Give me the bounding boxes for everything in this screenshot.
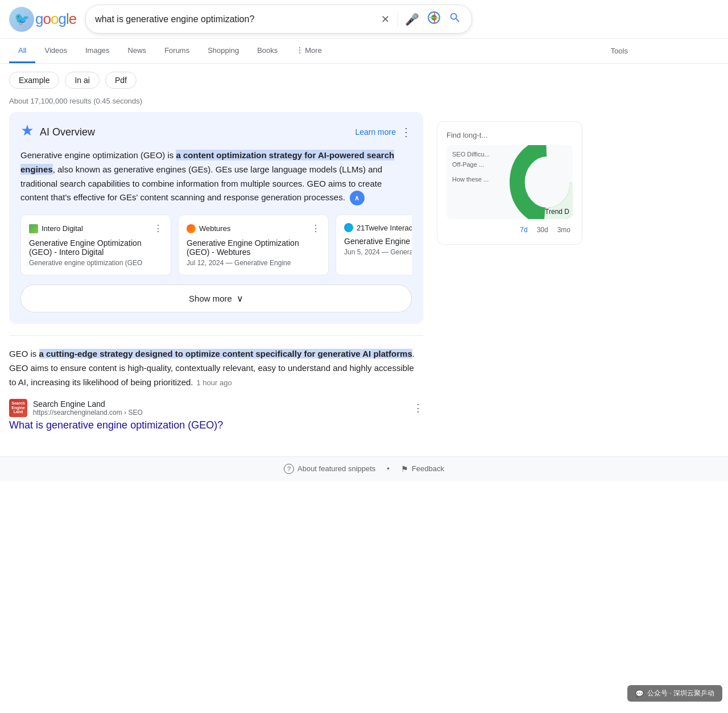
suggestions-row: Example In ai Pdf: [0, 64, 728, 97]
main-content: AI Overview Learn more ⋮ Generative engi…: [0, 112, 728, 445]
side-panel: Find long-t... SEO Difficu... Of: [437, 121, 582, 245]
source-name-1: Webtures: [187, 224, 230, 233]
logo-area: 🐦 google: [9, 7, 76, 32]
learn-more-button[interactable]: Learn more: [355, 127, 396, 137]
results-column: AI Overview Learn more ⋮ Generative engi…: [0, 112, 432, 445]
lens-button[interactable]: [426, 10, 442, 28]
source-name-0: Intero Digital: [29, 224, 83, 233]
suggestion-pdf[interactable]: Pdf: [105, 72, 136, 89]
source-card-desc-1: Jul 12, 2024 — Generative Engine: [187, 259, 320, 267]
result-more-button[interactable]: ⋮: [413, 402, 423, 414]
source-card-0[interactable]: Intero Digital ⋮ Generative Engine Optim…: [20, 215, 171, 275]
bottom-bar: ? About featured snippets • ⚑ Feedback: [0, 456, 728, 481]
side-label-3: How these ...: [452, 176, 490, 183]
source-cards-row: Intero Digital ⋮ Generative Engine Optim…: [20, 215, 412, 275]
bottom-divider: •: [387, 464, 390, 473]
source-card-title-2: Generative Engine O (GEO): The Future o: [344, 237, 412, 246]
ai-overview-header: AI Overview Learn more ⋮: [20, 123, 412, 141]
result-text-block: GEO is a cutting-edge strategy designed …: [9, 347, 423, 389]
tab-videos[interactable]: Videos: [35, 39, 76, 63]
divider-vertical: [398, 13, 398, 26]
tab-forums[interactable]: Forums: [155, 39, 198, 63]
featured-snippets-link[interactable]: ? About featured snippets: [284, 464, 375, 474]
ai-overview-more-button[interactable]: ⋮: [400, 125, 412, 139]
source-card-header-0: Intero Digital ⋮: [29, 223, 163, 234]
search-query-text: what is generative engine optimization?: [95, 14, 373, 24]
time-filter-3mo[interactable]: 3mo: [555, 225, 573, 235]
source-icon-web: [187, 224, 196, 233]
side-chart-area: SEO Difficu... Off-Page ... How these ..…: [446, 145, 573, 219]
source-card-more-0[interactable]: ⋮: [154, 223, 163, 234]
ai-overview-title-text: AI Overview: [40, 126, 95, 138]
source-card-header-2: 21Twelve Interactiv: [344, 223, 412, 232]
source-name-2: 21Twelve Interactiv: [344, 223, 412, 232]
source-url: https://searchengineland.com › SEO: [33, 409, 143, 417]
mic-button[interactable]: 🎤: [404, 11, 420, 27]
clear-button[interactable]: ✕: [379, 12, 392, 27]
side-label-1: SEO Difficu...: [452, 151, 490, 158]
results-divider: [9, 335, 423, 336]
nav-tabs: All Videos Images News Forums Shopping B…: [0, 39, 728, 64]
ai-overview-card: AI Overview Learn more ⋮ Generative engi…: [9, 112, 423, 324]
side-label-2: Off-Page ...: [452, 161, 490, 168]
tools-tab[interactable]: Tools: [602, 40, 637, 62]
trend-d-label: Trend D: [545, 208, 569, 216]
result-link-1[interactable]: What is generative engine optimization (…: [9, 419, 423, 431]
show-more-button[interactable]: Show more ∨: [20, 285, 412, 312]
tab-shopping[interactable]: Shopping: [198, 39, 248, 63]
source-details: Search Engine Land https://searchenginel…: [33, 399, 143, 417]
time-filter-row: 7d 30d 3mo: [446, 225, 573, 235]
ai-star-icon: [20, 123, 34, 141]
source-logo: SearchEngineLand: [9, 399, 27, 417]
collapse-button[interactable]: ∧: [350, 191, 365, 205]
side-panel-title: Find long-t...: [446, 131, 573, 139]
header: 🐦 google what is generative engine optim…: [0, 0, 728, 39]
source-icon-intero: [29, 224, 38, 233]
source-card-header-1: Webtures ⋮: [187, 223, 320, 234]
source-card-more-1[interactable]: ⋮: [311, 223, 320, 234]
source-logo-text: SearchEngineLand: [11, 401, 24, 414]
suggestion-example[interactable]: Example: [9, 72, 59, 89]
logo-text: google: [35, 10, 76, 28]
source-card-2[interactable]: 21Twelve Interactiv Generative Engine O …: [336, 215, 412, 275]
tab-images[interactable]: Images: [76, 39, 119, 63]
search-submit-button[interactable]: [448, 10, 462, 28]
chevron-down-icon: ∨: [237, 293, 243, 304]
source-card-1[interactable]: Webtures ⋮ Generative Engine Optimizatio…: [178, 215, 329, 275]
ai-overview-actions: Learn more ⋮: [355, 125, 412, 139]
suggestion-in-ai[interactable]: In ai: [65, 72, 99, 89]
side-column: Find long-t... SEO Difficu... Of: [432, 112, 592, 445]
source-info-row: SearchEngineLand Search Engine Land http…: [9, 399, 423, 417]
results-count: About 17,100,000 results (0.45 seconds): [0, 97, 728, 112]
result-timestamp: 1 hour ago: [197, 378, 232, 387]
feedback-link[interactable]: ⚑ Feedback: [401, 464, 444, 473]
result-highlight: a cutting-edge strategy designed to opti…: [39, 349, 412, 358]
more-dots-icon: ⋮: [296, 46, 304, 55]
tab-more[interactable]: ⋮ More: [287, 39, 331, 63]
result-item-1: GEO is a cutting-edge strategy designed …: [9, 347, 423, 431]
show-more-label: Show more: [189, 294, 232, 303]
source-icon-21: [344, 223, 353, 232]
source-card-title-0: Generative Engine Optimization (GEO) - I…: [29, 238, 163, 257]
source-site-name: Search Engine Land: [33, 399, 143, 409]
source-card-title-1: Generative Engine Optimization (GEO) - W…: [187, 238, 320, 257]
tab-news[interactable]: News: [119, 39, 156, 63]
tab-all[interactable]: All: [9, 39, 35, 63]
help-icon: ?: [284, 464, 294, 474]
source-card-desc-2: Jun 5, 2024 — Genera: [344, 248, 412, 256]
flag-icon: ⚑: [401, 464, 408, 473]
source-card-desc-0: Generative engine optimization (GEO: [29, 259, 163, 267]
logo-bird-icon: 🐦: [9, 7, 34, 32]
tab-books[interactable]: Books: [248, 39, 287, 63]
side-labels: SEO Difficu... Off-Page ... How these ..…: [452, 151, 490, 183]
ai-overview-title-area: AI Overview: [20, 123, 95, 141]
ai-overview-text: Generative engine optimization (GEO) is …: [20, 149, 412, 205]
time-filter-30d[interactable]: 30d: [535, 225, 551, 235]
search-bar[interactable]: what is generative engine optimization? …: [85, 5, 472, 34]
time-filter-7d[interactable]: 7d: [518, 225, 530, 235]
